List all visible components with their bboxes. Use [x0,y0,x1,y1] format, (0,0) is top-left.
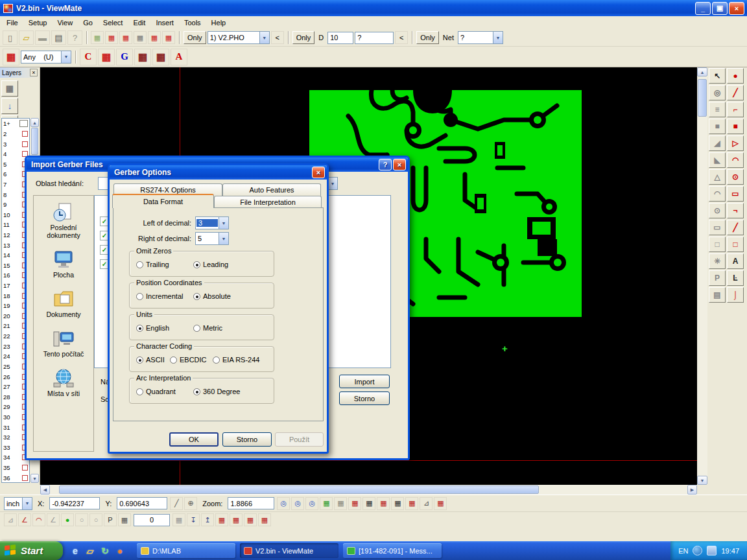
only-net-toggle[interactable]: Only [416,31,439,44]
keyboard-tray-icon[interactable] [707,546,717,555]
canvas-vscrollbar[interactable]: ▲ ▼ [697,67,707,485]
radio-ebcdic[interactable]: EBCDIC [170,356,207,364]
tab-data-format[interactable]: Data Format [112,194,214,208]
radio-english[interactable]: English [136,324,169,332]
new-file-icon[interactable]: ▯ [3,30,18,45]
tab-file-interpretation[interactable]: File Interpretation [214,196,322,208]
place-my-computer[interactable]: Tento počítač [35,329,92,358]
layer-row[interactable]: 35 [2,463,29,473]
radio-incremental[interactable]: Incremental [136,292,183,300]
any-dcode-select[interactable]: Any (U) ▼ [21,51,71,64]
sel-pattern-3-icon[interactable]: ▦ [244,513,257,526]
anchor-down-icon[interactable]: ↧ [187,513,200,526]
select-group-icon[interactable]: ▦ [119,31,132,44]
draw-polygon-icon[interactable]: ▷ [727,135,744,151]
sel-pattern-4-icon[interactable]: ▦ [258,513,271,526]
unit-select[interactable]: inch ▼ [4,497,32,510]
y-coordinate-input[interactable]: 0.690643 [117,497,167,509]
menu-item-view[interactable]: View [52,18,78,28]
pattern-2-icon[interactable]: ▦ [362,497,375,510]
layer-color-swatch[interactable] [22,131,28,137]
diagonal-measure-icon[interactable]: ╱ [170,497,183,510]
scrollbar-thumb[interactable] [698,79,707,117]
layer-row[interactable]: 1+ [2,119,29,129]
ramp-tool-icon[interactable]: ◢ [709,135,726,151]
measure-distance-icon[interactable]: ⊿ [4,513,17,526]
left-of-decimal-select[interactable]: 3 ▼ [195,216,229,229]
dcode-count-input[interactable]: 0 [134,514,170,526]
layer-row[interactable]: 2 [2,129,29,139]
draw-arc-icon[interactable]: ◠ [727,152,744,168]
arc-segment-tool-icon[interactable]: ◠ [709,186,726,202]
menu-item-select[interactable]: Select [98,18,128,28]
pattern-1-icon[interactable]: ▦ [348,497,361,510]
circle-off-1-icon[interactable]: ○ [75,513,88,526]
menu-item-insert[interactable]: Insert [150,18,179,28]
grid-mode-icon[interactable]: ▦ [118,513,131,526]
layer-row[interactable]: 36 [2,472,29,483]
taskbar-task[interactable]: D:\MLAB [137,543,235,558]
draw-circle-icon[interactable]: ⊙ [727,169,744,185]
canvas-hscrollbar[interactable]: ◀ ▶ [40,485,697,495]
l-tool-icon[interactable]: Ŀ [727,270,744,286]
grid-gray-icon[interactable]: ▦ [334,497,347,510]
net-select[interactable]: ? ▼ [458,31,503,44]
mirror-tool-icon[interactable]: ◣ [709,152,726,168]
place-documents[interactable]: Dokumenty [35,289,92,318]
circle-target-tool-icon[interactable]: ⊙ [709,203,726,218]
select-poly-icon[interactable]: ▦ [148,31,161,44]
scroll-right-icon[interactable]: ▶ [687,485,697,495]
sel-pattern-1-icon[interactable]: ▦ [215,513,228,526]
measure-tool-icon[interactable]: ≡ [709,102,726,117]
only-layer-toggle[interactable]: Only [184,31,206,44]
pattern-6-icon[interactable]: ▦ [434,497,447,510]
layer-down-icon[interactable]: ↓ [1,98,18,114]
aperture-tool-icon[interactable]: A [171,49,187,65]
menu-item-go[interactable]: Go [78,18,98,28]
dialog-close-button[interactable]: × [312,167,325,178]
dashed-rect-tool-icon[interactable]: □ [709,237,726,252]
highlight-state-icon[interactable]: ● [61,513,74,526]
anchor-up-icon[interactable]: ↥ [201,513,214,526]
close-button[interactable]: × [729,2,744,15]
start-button[interactable]: Start [0,541,63,560]
restore-button[interactable]: ▣ [712,2,728,15]
measure-angle-icon[interactable]: ∠ [18,513,31,526]
settings-tool-icon[interactable]: ✳ [709,253,726,269]
draw-corner-icon[interactable]: ¬ [727,203,744,218]
radio-metric[interactable]: Metric [193,324,222,332]
dot-grid-icon[interactable]: ▦ [172,513,185,526]
layer-color-swatch[interactable] [22,475,28,481]
measure-free-icon[interactable]: ∠ [47,513,60,526]
language-indicator[interactable]: EN [678,547,688,555]
x-coordinate-input[interactable]: -0.942237 [49,497,100,509]
pattern-3-icon[interactable]: ▦ [377,497,390,510]
layer-color-swatch[interactable] [22,465,28,471]
radio-leading[interactable]: Leading [193,261,228,268]
draw-slash-icon[interactable]: ╱ [727,220,744,235]
select-vertex-tool-icon[interactable]: ◎ [709,85,726,100]
layer-table-icon[interactable]: ▦ [1,80,18,97]
pattern-4-icon[interactable]: ▦ [391,497,404,510]
tab-auto-features[interactable]: Auto Features [222,183,321,196]
only-dcode-toggle[interactable]: Only [292,31,315,44]
draw-outline-rect-icon[interactable]: □ [727,237,744,252]
cancel-button[interactable]: Storno [222,432,272,447]
draw-filled-rect-icon[interactable]: ■ [727,119,744,134]
dialog-close-button[interactable]: × [393,159,406,170]
radio-eia-rs244[interactable]: EIA RS-244 [213,356,259,364]
transform-icon[interactable]: ⊿ [420,497,433,510]
place-recent-documents[interactable]: Poslední dokumenty [35,202,92,239]
p-tool-icon[interactable]: P [709,270,726,286]
scroll-down-icon[interactable]: ▼ [30,474,39,483]
previous-layer-button[interactable]: < [271,31,284,44]
radio-360-degree[interactable]: 360 Degree [193,388,241,395]
highlight-2-icon[interactable]: ▦ [152,49,169,65]
draw-point-icon[interactable]: ● [727,68,744,84]
pointer-tool-icon[interactable]: ↖ [709,68,726,84]
import-cancel-button[interactable]: Storno [339,391,390,405]
measure-arc-icon[interactable]: ◠ [32,513,45,526]
layer-row[interactable]: 3 [2,139,29,149]
scrollbar-thumb[interactable] [31,128,38,155]
minimize-button[interactable]: _ [695,2,711,15]
